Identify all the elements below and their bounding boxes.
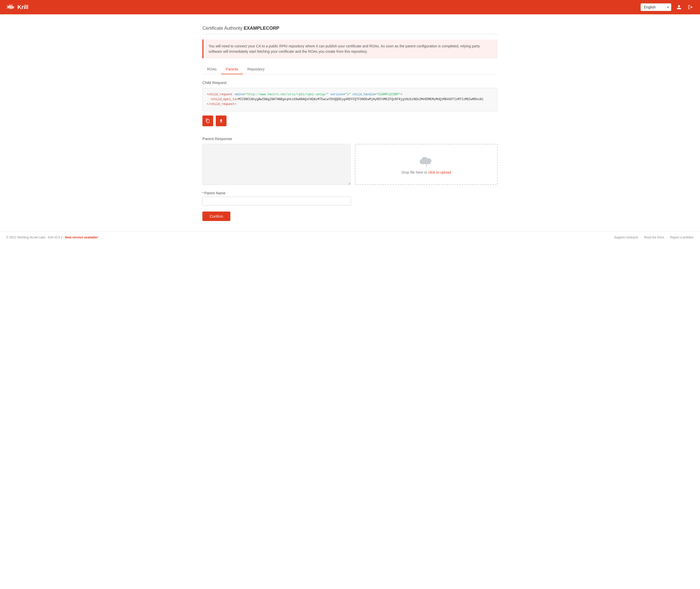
krill-logo-icon (6, 4, 15, 11)
child-request-section: Child Request <child_request xmlns="http… (202, 80, 498, 126)
title-divider (202, 34, 498, 34)
parent-name-section: *Parent Name (202, 191, 498, 205)
upload-text: Drop file here or click to upload (402, 170, 451, 174)
app-footer: © 2021 Stichting NLnet Labs - Krill v0.9… (0, 231, 700, 243)
logout-icon (688, 5, 693, 10)
copy-button[interactable] (202, 116, 213, 126)
upload-link[interactable]: click to upload (428, 170, 451, 174)
copy-icon (205, 119, 210, 123)
tab-roas[interactable]: ROAs (202, 64, 221, 74)
language-select[interactable]: English Dutch German (641, 3, 671, 11)
info-alert: You will need to connect your CA to a pu… (202, 39, 498, 58)
footer-left: © 2021 Stichting NLnet Labs - Krill v0.9… (6, 236, 98, 239)
footer-right: Support contracts - Read the Docs - Repo… (614, 236, 694, 239)
parent-response-section: Parent Response Drop file here or click … (202, 137, 498, 185)
support-contracts-link[interactable]: Support contracts (614, 236, 638, 239)
report-problem-link[interactable]: Report a problem (670, 236, 694, 239)
confirm-button[interactable]: Confirm (202, 212, 230, 221)
download-icon (219, 119, 224, 123)
read-docs-link[interactable]: Read the Docs (644, 236, 664, 239)
tab-repository[interactable]: Repository (243, 64, 269, 74)
header-right: English Dutch German ▾ (641, 3, 694, 11)
svg-point-1 (8, 6, 9, 7)
action-buttons (202, 116, 498, 126)
parent-name-input[interactable] (202, 197, 351, 205)
child-request-code: <child_request xmlns="http://www.hactrn.… (202, 88, 498, 112)
confirm-section: Confirm (202, 212, 498, 221)
logo: Krill (6, 4, 28, 11)
upload-cloud-icon (420, 154, 433, 168)
new-version-badge: New version available! (65, 236, 98, 239)
file-upload-box[interactable]: Drop file here or click to upload (355, 144, 498, 185)
logo-text: Krill (17, 4, 28, 10)
parent-name-label: *Parent Name (202, 191, 498, 195)
app-header: Krill English Dutch German ▾ (0, 0, 700, 14)
language-selector-wrapper: English Dutch German ▾ (641, 3, 671, 11)
tabs-nav: ROAs Parents Repository (202, 64, 498, 74)
user-icon-button[interactable] (675, 4, 683, 11)
footer-sep-1: - (641, 236, 642, 239)
required-star: * (202, 191, 204, 195)
download-button[interactable] (216, 116, 227, 126)
parent-response-label: Parent Response (202, 137, 498, 141)
parent-response-textarea[interactable] (202, 144, 351, 185)
logout-icon-button[interactable] (687, 4, 694, 11)
child-request-label: Child Request (202, 80, 498, 85)
page-title: Certificate Authority EXAMPLECORP (202, 26, 279, 31)
response-inputs: Drop file here or click to upload (202, 144, 498, 185)
tab-parents[interactable]: Parents (221, 64, 243, 74)
footer-sep-2: - (667, 236, 668, 239)
user-icon (676, 5, 682, 10)
